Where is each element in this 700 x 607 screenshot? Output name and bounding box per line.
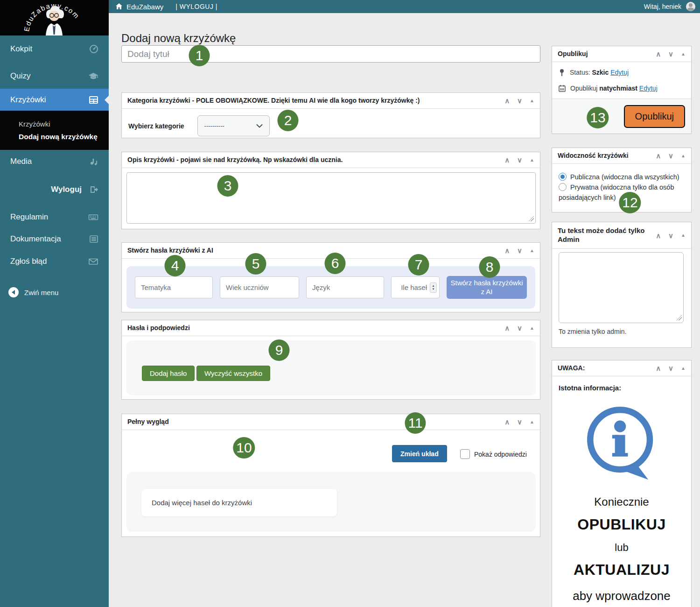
publish-button[interactable]: Opublikuj (624, 105, 685, 128)
media-icon (89, 157, 98, 166)
page: { "topbar": { "brand": "EduZabawy", "log… (0, 0, 700, 607)
admin-note-textarea[interactable] (559, 252, 684, 323)
panel-move-up-icon[interactable]: ∧ (504, 156, 510, 163)
public-radio[interactable] (559, 173, 567, 181)
panel-collapse-icon[interactable]: ▲ (530, 420, 534, 424)
brand-link[interactable]: EduZabawy (126, 3, 163, 11)
jezyk-input[interactable] (306, 276, 384, 298)
home-icon[interactable] (115, 3, 123, 10)
keyboard-icon (88, 212, 98, 222)
annotation-badge-9: 9 (269, 339, 290, 361)
panel-collapse-icon[interactable]: ▲ (681, 154, 686, 158)
warning-update-word: AKTUALIZUJ (552, 561, 691, 579)
collapse-menu-button[interactable]: Zwiń menu (0, 282, 109, 303)
submenu-item-dodaj-nowa[interactable]: Dodaj nową krzyżówkę (19, 133, 109, 141)
clear-all-button[interactable]: Wyczyść wszystko (196, 366, 270, 381)
annotation-badge-11: 11 (405, 412, 426, 434)
panel-move-up-icon[interactable]: ∧ (656, 232, 661, 239)
sidebar-item-wyloguj[interactable]: Wyloguj (0, 178, 109, 201)
panel-move-up-icon[interactable]: ∧ (504, 418, 510, 425)
graduation-cap-icon (88, 71, 98, 81)
annotation-badge-3: 3 (217, 175, 238, 197)
visibility-panel-title: Widoczność krzyżówki (558, 152, 632, 160)
annotation-badge-13: 13 (587, 107, 609, 128)
publish-panel: Opublikuj ∧ ∨ ▲ Status: Szkic Edytuj Opu… (552, 46, 692, 134)
private-radio[interactable] (559, 183, 567, 191)
chevron-down-icon (256, 124, 263, 128)
panel-move-down-icon[interactable]: ∨ (668, 232, 673, 239)
panel-collapse-icon[interactable]: ▲ (530, 248, 534, 253)
panel-move-up-icon[interactable]: ∧ (656, 50, 661, 57)
show-answers-option: Pokaż odpowiedzi (460, 449, 527, 459)
panel-collapse-icon[interactable]: ▲ (681, 233, 686, 238)
wiek-uczniow-input[interactable] (220, 276, 299, 298)
answers-panel: Hasła i podpowiedzi ∧ ∨ ▲ Dodaj hasło Wy… (121, 320, 540, 400)
show-answers-checkbox[interactable] (460, 449, 470, 459)
panel-move-up-icon[interactable]: ∧ (504, 97, 510, 104)
panel-move-down-icon[interactable]: ∨ (517, 418, 522, 425)
ai-panel: Stwórz hasła krzyżówki z AI ∧ ∨ ▲ ▲▼ Stw… (121, 242, 540, 312)
annotation-badge-12: 12 (619, 192, 641, 213)
panel-move-down-icon[interactable]: ∨ (517, 97, 522, 104)
annotation-badge-7: 7 (408, 254, 429, 275)
panel-move-down-icon[interactable]: ∨ (668, 365, 673, 372)
panel-collapse-icon[interactable]: ▲ (530, 99, 534, 103)
panel-collapse-icon[interactable]: ▲ (530, 326, 534, 331)
title-input[interactable] (121, 45, 540, 63)
sidebar-submenu: Krzyżówki Dodaj nową krzyżówkę (0, 111, 109, 150)
user-greeting[interactable]: Witaj, heniek (644, 3, 681, 10)
warning-panel-title: UWAGA: (558, 364, 588, 373)
sidebar-item-media[interactable]: Media (0, 150, 109, 173)
change-layout-button[interactable]: Zmień układ (392, 445, 447, 462)
layout-panel-title: Pełny wygląd (127, 418, 173, 426)
annotation-badge-5: 5 (245, 253, 266, 275)
ai-panel-title: Stwórz hasła krzyżówki z AI (127, 247, 217, 255)
panel-move-down-icon[interactable]: ∨ (517, 156, 522, 163)
panel-collapse-icon[interactable]: ▲ (681, 366, 686, 371)
logo: EduZabawy.com (0, 0, 109, 35)
submenu-item-krzyzowki[interactable]: Krzyżówki (19, 120, 109, 128)
panel-move-down-icon[interactable]: ∨ (668, 152, 673, 159)
avatar[interactable] (686, 2, 695, 11)
panel-move-up-icon[interactable]: ∧ (656, 152, 661, 159)
sidebar-item-kokpit[interactable]: Kokpit (0, 38, 109, 60)
edit-schedule-link[interactable]: Edytuj (639, 85, 658, 92)
sidebar-item-regulamin[interactable]: Regulamin (0, 206, 109, 228)
number-spinner-icon[interactable]: ▲▼ (430, 282, 437, 293)
panel-move-down-icon[interactable]: ∨ (668, 50, 673, 57)
category-panel: Kategoria krzyżówki - POLE OBOWIĄZKOWE. … (121, 92, 540, 138)
professor-illustration (46, 6, 64, 35)
publish-footer: Opublikuj (552, 99, 691, 134)
tematyka-input[interactable] (135, 276, 213, 298)
annotation-badge-6: 6 (325, 253, 346, 274)
create-ai-passwords-button[interactable]: Stwórz hasła krzyżówki z AI (447, 276, 527, 299)
sidebar-item-zglos-blad[interactable]: Zgłoś błąd (0, 250, 109, 273)
panel-move-up-icon[interactable]: ∧ (504, 325, 510, 332)
topbar-logout-link[interactable]: | WYLOGUJ | (175, 3, 217, 10)
panel-collapse-icon[interactable]: ▲ (530, 158, 534, 162)
sidebar-item-quizy[interactable]: Quizy (0, 65, 109, 87)
layout-panel: Pełny wygląd ∧ ∨ ▲ Zmień układ Pokaż odp… (121, 414, 540, 537)
warning-panel: UWAGA: ∧ ∨ ▲ Istotna informacja: Koniecz… (552, 360, 692, 607)
info-bubble-icon (552, 404, 691, 483)
panel-move-down-icon[interactable]: ∨ (517, 247, 522, 254)
category-select-label: Wybierz kategorie (128, 122, 184, 130)
category-select[interactable]: ---------- (197, 115, 270, 136)
add-more-passwords-card[interactable]: Dodaj więcej haseł do krzyżówki (141, 489, 337, 516)
annotation-badge-8: 8 (479, 256, 500, 278)
panel-move-up-icon[interactable]: ∧ (656, 365, 661, 372)
edit-status-link[interactable]: Edytuj (610, 69, 629, 76)
add-password-button[interactable]: Dodaj hasło (142, 366, 195, 381)
sidebar-item-dokumentacja[interactable]: Dokumentacja (0, 228, 109, 250)
sidebar-item-krzyzowki[interactable]: Krzyżówki (0, 89, 109, 111)
resize-grip-icon[interactable] (677, 315, 682, 320)
logout-icon (89, 185, 98, 194)
top-admin-bar: EduZabawy | WYLOGUJ | Witaj, heniek (109, 0, 700, 13)
admin-note-panel-title: Tu tekst może dodać tylko Admin (558, 226, 656, 244)
envelope-icon (88, 257, 98, 266)
description-textarea[interactable] (126, 172, 536, 224)
panel-move-down-icon[interactable]: ∨ (517, 325, 522, 332)
panel-move-up-icon[interactable]: ∧ (504, 247, 510, 254)
resize-grip-icon[interactable] (529, 216, 534, 221)
panel-collapse-icon[interactable]: ▲ (681, 52, 686, 56)
